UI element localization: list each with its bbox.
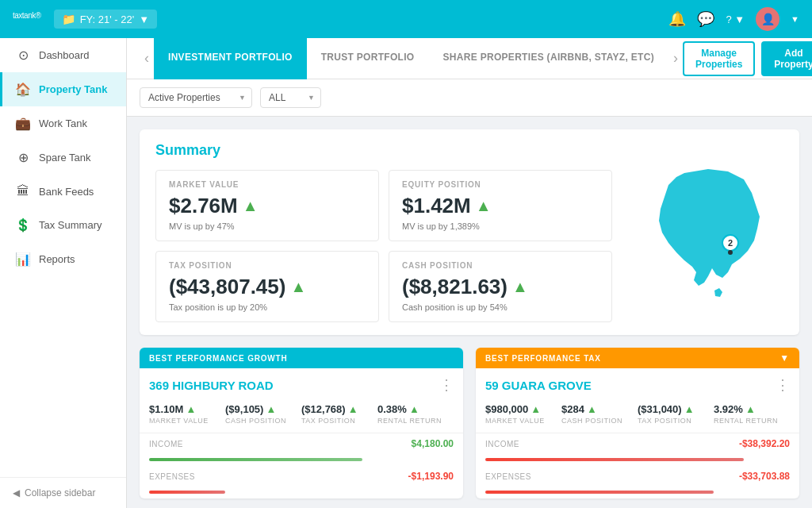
tabs-actions: Manage Properties Add Property <box>683 41 812 76</box>
sidebar-item-work-tank[interactable]: 💼 Work Tank <box>0 106 126 140</box>
prop-1-tp-icon: ▲ <box>348 403 358 415</box>
sidebar-item-property-tank[interactable]: 🏠 Property Tank <box>0 72 126 106</box>
fy-selector[interactable]: 📁 FY: 21' - 22' ▼ <box>54 10 157 29</box>
prop-1-expenses-value: -$1,193.90 <box>408 471 454 482</box>
top-nav-right: 🔔 💬 ? ▼ 👤 ▼ <box>668 7 799 31</box>
property-card-1-expenses-bar <box>140 487 463 498</box>
australia-map-container: 2 <box>625 142 783 322</box>
top-nav: taxtank® 📁 FY: 21' - 22' ▼ 🔔 💬 ? ▼ 👤 ▼ <box>0 0 812 38</box>
prop-1-expenses-progress <box>149 491 225 494</box>
property-card-1-menu[interactable]: ⋮ <box>439 376 454 394</box>
top-nav-left: taxtank® 📁 FY: 21' - 22' ▼ <box>13 9 157 29</box>
sidebar-item-tax-summary[interactable]: 💲 Tax Summary <box>0 208 126 242</box>
cash-trend-icon: ▲ <box>512 278 528 296</box>
prop-2-rental-return: 3.92% ▲ RENTAL RETURN <box>714 403 790 425</box>
property-card-1-title: 369 HIGHBURY ROAD <box>149 379 274 392</box>
property-card-1-dropdown[interactable]: ▼ <box>443 352 454 364</box>
collapse-icon: ◀ <box>13 487 20 498</box>
dashboard-icon: ⊙ <box>15 48 31 63</box>
summary-title: Summary <box>155 142 612 159</box>
prop-1-rental-return: 0.38% ▲ RENTAL RETURN <box>377 403 454 425</box>
property-card-2-title-row: 59 GUARA GROVE ⋮ <box>476 368 799 398</box>
property-card-2-expenses-row: EXPENSES -$33,703.88 <box>476 466 799 487</box>
tab-investment-portfolio[interactable]: INVESTMENT PORTFOLIO <box>154 38 307 79</box>
property-card-2-income-row: INCOME -$38,392.20 <box>476 433 799 454</box>
prop-1-income-progress <box>149 458 362 461</box>
manage-properties-button[interactable]: Manage Properties <box>683 41 755 76</box>
property-card-2-badge: BEST PERFORMANCE TAX ▼ <box>476 348 799 368</box>
sidebar: ⊙ Dashboard 🏠 Property Tank 💼 Work Tank … <box>0 38 127 508</box>
prop-1-market-value: $1.10M ▲ MARKET VALUE <box>149 403 225 425</box>
property-card-2-metrics: $980,000 ▲ MARKET VALUE $284 ▲ CASH POSI… <box>476 398 799 433</box>
tax-summary-icon: 💲 <box>15 217 31 233</box>
australia-map-svg: 2 <box>629 157 779 308</box>
metric-market-value: MARKET VALUE $2.76M ▲ MV is up by 47% <box>155 170 379 241</box>
metric-tax-position: TAX POSITION ($43,807.45) ▲ Tax position… <box>155 251 379 322</box>
svg-point-2 <box>728 250 733 255</box>
property-card-2-menu[interactable]: ⋮ <box>776 376 790 394</box>
property-card-2: BEST PERFORMANCE TAX ▼ 59 GUARA GROVE ⋮ … <box>476 348 799 498</box>
spare-tank-icon: ⊕ <box>15 150 31 165</box>
reports-icon: 📊 <box>15 252 31 267</box>
prop-1-tax-position: ($12,768) ▲ TAX POSITION <box>301 403 377 425</box>
prop-2-tax-position: ($31,040) ▲ TAX POSITION <box>638 403 714 425</box>
help-button[interactable]: ? ▼ <box>726 13 745 25</box>
type-filter-wrap: ALL House Unit Land <box>260 87 321 108</box>
sidebar-item-reports[interactable]: 📊 Reports <box>0 242 126 276</box>
prop-1-cash-position: ($9,105) ▲ CASH POSITION <box>225 403 301 425</box>
property-card-2-title: 59 GUARA GROVE <box>485 379 592 392</box>
prop-2-tp-icon: ▲ <box>684 403 695 415</box>
filters-bar: Active Properties All Properties Inactiv… <box>127 79 812 117</box>
content-area: ‹ INVESTMENT PORTFOLIO TRUST PORTFOLIO S… <box>127 38 812 508</box>
prop-1-rr-icon: ▲ <box>409 403 419 415</box>
content-inner: Summary MARKET VALUE $2.76M ▲ MV is up b… <box>127 117 812 508</box>
property-card-1-title-row: 369 HIGHBURY ROAD ⋮ <box>140 368 463 398</box>
prop-2-cash-position: $284 ▲ CASH POSITION <box>561 403 638 425</box>
property-card-2-expenses-bar <box>476 487 799 498</box>
prop-2-mv-icon: ▲ <box>530 403 541 415</box>
metric-equity-position: EQUITY POSITION $1.42M ▲ MV is up by 1,3… <box>389 170 612 241</box>
tab-scroll-right[interactable]: › <box>668 50 683 67</box>
status-filter[interactable]: Active Properties All Properties Inactiv… <box>140 87 252 108</box>
property-card-1-income-row: INCOME $4,180.00 <box>140 433 463 454</box>
tab-scroll-left[interactable]: ‹ <box>140 50 154 67</box>
prop-1-cp-icon: ▲ <box>266 403 276 415</box>
prop-2-expenses-value: -$33,703.88 <box>739 471 790 482</box>
prop-2-cp-icon: ▲ <box>587 403 597 415</box>
summary-grid: MARKET VALUE $2.76M ▲ MV is up by 47% EQ… <box>155 170 612 322</box>
svg-text:2: 2 <box>728 238 733 248</box>
property-card-1-metrics: $1.10M ▲ MARKET VALUE ($9,105) ▲ CASH PO… <box>140 398 463 433</box>
market-value-trend-icon: ▲ <box>243 197 259 215</box>
chat-icon[interactable]: 💬 <box>697 10 714 28</box>
property-card-2-dropdown[interactable]: ▼ <box>779 352 790 364</box>
prop-2-income-value: -$38,392.20 <box>739 438 790 449</box>
property-card-1: BEST PERFORMANCE GROWTH ▼ 369 HIGHBURY R… <box>140 348 463 498</box>
property-cards-grid: BEST PERFORMANCE GROWTH ▼ 369 HIGHBURY R… <box>140 348 799 498</box>
user-dropdown-arrow[interactable]: ▼ <box>791 14 799 24</box>
sidebar-item-spare-tank[interactable]: ⊕ Spare Tank <box>0 140 126 175</box>
work-tank-icon: 💼 <box>15 116 31 131</box>
property-card-1-badge: BEST PERFORMANCE GROWTH ▼ <box>140 348 463 368</box>
type-filter[interactable]: ALL House Unit Land <box>260 87 321 108</box>
collapse-sidebar[interactable]: ◀ Collapse sidebar <box>0 477 126 508</box>
property-card-1-income-bar <box>140 454 463 466</box>
tab-share-properties[interactable]: SHARE PROPERTIES (AIRBNB, STAYZ, ETC) <box>429 38 668 79</box>
tab-trust-portfolio[interactable]: TRUST PORTFOLIO <box>307 38 429 79</box>
bank-feeds-icon: 🏛 <box>15 184 31 198</box>
logo: taxtank® <box>13 9 41 29</box>
prop-2-market-value: $980,000 ▲ MARKET VALUE <box>485 403 561 425</box>
property-card-2-income-bar <box>476 454 799 466</box>
bell-icon[interactable]: 🔔 <box>668 10 686 28</box>
summary-card: Summary MARKET VALUE $2.76M ▲ MV is up b… <box>140 129 799 335</box>
sidebar-item-dashboard[interactable]: ⊙ Dashboard <box>0 38 126 72</box>
equity-trend-icon: ▲ <box>476 197 492 215</box>
prop-2-income-progress <box>485 458 744 461</box>
prop-2-expenses-progress <box>485 491 714 494</box>
status-filter-wrap: Active Properties All Properties Inactiv… <box>140 87 252 108</box>
add-property-button[interactable]: Add Property <box>761 41 812 76</box>
property-tank-icon: 🏠 <box>15 82 31 97</box>
sidebar-item-bank-feeds[interactable]: 🏛 Bank Feeds <box>0 175 126 208</box>
prop-2-rr-icon: ▲ <box>745 403 756 415</box>
user-avatar[interactable]: 👤 <box>756 7 779 31</box>
tabs-bar: ‹ INVESTMENT PORTFOLIO TRUST PORTFOLIO S… <box>127 38 812 79</box>
